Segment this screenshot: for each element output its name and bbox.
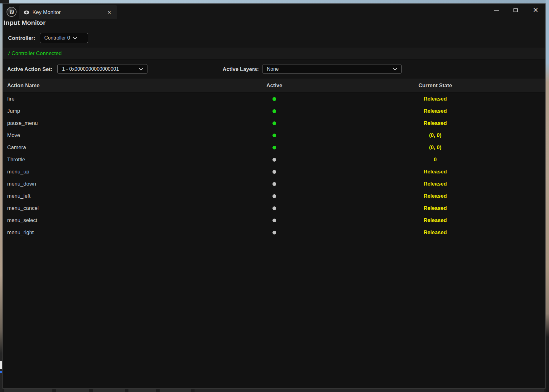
active-indicator: [272, 206, 276, 210]
eye-icon: [23, 10, 30, 15]
active-action-set-value: 1 - 0x0000000000000001: [62, 66, 119, 72]
tab-close-icon[interactable]: ✕: [107, 5, 111, 19]
desktop-icon-fragment: [0, 361, 2, 369]
action-name: Throttle: [7, 157, 25, 163]
current-state: 0: [434, 157, 436, 163]
column-header-current-state: Current State: [418, 83, 452, 89]
current-state: Released: [424, 169, 447, 175]
controller-status-band: √ Controller Connected: [3, 48, 545, 59]
table-row: menu_down Released: [3, 178, 545, 190]
column-header-action-name: Action Name: [7, 83, 40, 89]
current-state: (0, 0): [429, 144, 441, 151]
action-name: menu_up: [7, 169, 29, 175]
current-state: Released: [424, 181, 447, 187]
background-tab: [4, 389, 52, 392]
background-tab: [93, 389, 125, 392]
column-header-active: Active: [266, 83, 282, 89]
current-state: Released: [424, 96, 447, 102]
desktop-corner: [0, 0, 9, 3]
table-row: Throttle 0: [3, 153, 545, 166]
chevron-down-icon: [139, 66, 143, 72]
action-name: menu_cancel: [7, 205, 39, 211]
action-name: menu_left: [7, 193, 31, 199]
controller-select[interactable]: Controller 0: [40, 33, 88, 43]
table-row: Camera (0, 0): [3, 141, 545, 153]
table-row: menu_up Released: [3, 166, 545, 178]
active-action-set-select[interactable]: 1 - 0x0000000000000001: [57, 64, 147, 74]
close-button[interactable]: ✕: [531, 6, 540, 14]
table-header: Action Name Active Current State: [3, 78, 545, 92]
active-layers-value: None: [267, 66, 279, 72]
desktop-right-sliver: [546, 0, 549, 392]
background-tab: [56, 389, 89, 392]
controller-label: Controller:: [8, 35, 35, 41]
screen: u Key Monitor ✕ ✕ Input Monitor Controll…: [0, 0, 549, 392]
active-indicator: [272, 146, 276, 149]
desktop-sky-strip: [9, 0, 549, 3]
current-state: Released: [424, 217, 447, 224]
controller-connected-status: √ Controller Connected: [7, 50, 62, 57]
table-row: menu_left Released: [3, 190, 545, 202]
action-name: menu_select: [7, 217, 37, 224]
active-indicator: [272, 97, 276, 101]
action-set-band: Active Action Set: 1 - 0x000000000000000…: [3, 60, 545, 78]
table-row: Move (0, 0): [3, 129, 545, 141]
chevron-down-icon: [393, 66, 397, 72]
active-indicator: [272, 231, 276, 234]
background-tab: [160, 389, 191, 392]
current-state: Released: [424, 205, 447, 211]
background-tab-strip: [2, 389, 546, 392]
check-icon: √: [7, 50, 10, 56]
action-table: fire Released Jump Released pause_menu R…: [3, 93, 545, 239]
tab-title: Key Monitor: [32, 9, 61, 16]
desktop-left-sliver: [0, 3, 2, 392]
active-indicator: [272, 194, 276, 198]
chevron-down-icon: [73, 35, 77, 41]
action-name: menu_down: [7, 181, 36, 187]
table-row: pause_menu Released: [3, 117, 545, 129]
titlebar: u Key Monitor ✕ ✕ Input Monitor Controll…: [3, 4, 545, 48]
current-state: Released: [424, 229, 447, 236]
unreal-logo-icon: u: [7, 7, 17, 17]
active-layers-select[interactable]: None: [262, 64, 402, 74]
maximize-button[interactable]: [511, 6, 520, 14]
table-row: Jump Released: [3, 105, 545, 117]
active-indicator: [272, 121, 276, 125]
active-layers-label: Active Layers:: [223, 66, 259, 73]
action-name: Jump: [7, 108, 20, 114]
background-tab: [128, 389, 156, 392]
active-action-set-label: Active Action Set:: [7, 66, 52, 73]
table-row: menu_cancel Released: [3, 202, 545, 214]
current-state: (0, 0): [429, 132, 441, 139]
minimize-button[interactable]: [492, 6, 501, 14]
current-state: Released: [424, 108, 447, 114]
tab-key-monitor[interactable]: Key Monitor ✕: [19, 5, 117, 19]
table-row: fire Released: [3, 93, 545, 105]
current-state: Released: [424, 120, 447, 126]
page-title: Input Monitor: [4, 19, 46, 26]
background-panel: [195, 389, 544, 392]
controller-select-value: Controller 0: [44, 35, 70, 41]
action-name: menu_right: [7, 229, 34, 236]
active-indicator: [272, 182, 276, 186]
active-indicator: [272, 109, 276, 113]
active-indicator: [272, 158, 276, 162]
action-name: fire: [7, 96, 15, 102]
active-indicator: [272, 134, 276, 137]
key-monitor-window: u Key Monitor ✕ ✕ Input Monitor Controll…: [2, 3, 546, 389]
desktop-highlight-fragment: [0, 371, 2, 373]
current-state: Released: [424, 193, 447, 199]
active-indicator: [272, 219, 276, 222]
action-name: Camera: [7, 144, 26, 151]
action-name: Move: [7, 132, 20, 139]
table-row: menu_select Released: [3, 214, 545, 226]
controller-row: Controller: Controller 0: [3, 32, 545, 44]
active-indicator: [272, 170, 276, 174]
table-row: menu_right Released: [3, 226, 545, 239]
action-name: pause_menu: [7, 120, 38, 126]
